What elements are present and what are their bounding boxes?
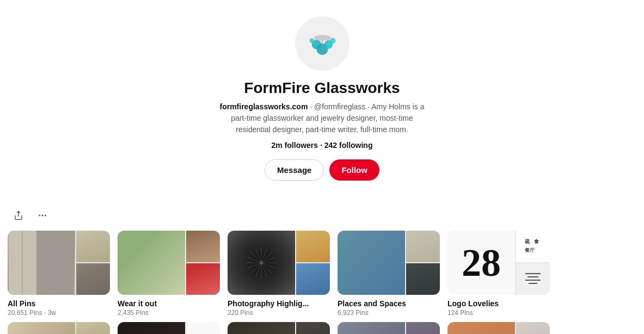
following-count[interactable]: 242 following [324, 141, 373, 150]
board-sub-img-places-top [406, 231, 440, 262]
board-sub-img-r2-4-top [406, 322, 440, 334]
svg-line-26 [256, 249, 261, 263]
board-sub-img-r2-1-top [76, 322, 110, 334]
board-images-row2-2 [118, 322, 220, 334]
board-sub-img-r2-5-top [516, 322, 550, 334]
svg-line-22 [250, 263, 261, 274]
board-card-all-pins[interactable]: All Pins 20,651 Pins · 3w [8, 231, 110, 317]
board-images-row2-3 [228, 322, 330, 334]
board-title-wear-it-out: Wear it out [118, 299, 220, 308]
board-title-logo-lovelies: Logo Lovelies [447, 299, 550, 308]
board-meta-all-pins: 20,651 Pins · 3w [8, 309, 110, 317]
board-main-img-all-pins [8, 231, 75, 295]
board-sub-img-photo-bottom [296, 263, 330, 295]
svg-line-27 [261, 257, 275, 263]
boards-grid: All Pins 20,651 Pins · 3w Wear it out 2,… [0, 231, 644, 317]
more-icon [38, 211, 47, 220]
board-main-img-r2-1 [8, 322, 75, 334]
board-card-photography[interactable]: Photography Highlig... 220 Pins [228, 231, 330, 317]
board-images-row2-4 [338, 322, 440, 334]
svg-line-31 [248, 257, 261, 263]
board-images-places-spaces [338, 231, 440, 295]
toolbar [0, 202, 644, 231]
board-card-row2-2[interactable] [118, 322, 220, 334]
board-meta-logo-lovelies: 124 Pins [447, 309, 550, 317]
board-card-row2-3[interactable] [228, 322, 330, 334]
board-sub-img-places-bottom [406, 263, 440, 295]
board-main-img-photography [228, 231, 295, 295]
board-images-wear-it-out [118, 231, 220, 295]
board-images-all-pins [8, 231, 110, 295]
board-sub-img-fashion-top [186, 231, 220, 262]
profile-stats: 2m followers · 242 following [272, 141, 373, 150]
board-main-img-r2-3 [228, 322, 295, 334]
board-card-wear-it-out[interactable]: Wear it out 2,435 Pins [118, 231, 220, 317]
board-images-photography [228, 231, 330, 295]
website-link[interactable]: formfireglassworks.com [220, 102, 308, 111]
board-main-img-logo: 28 [447, 231, 515, 295]
svg-point-12 [45, 215, 46, 217]
svg-point-33 [260, 261, 263, 264]
svg-line-32 [248, 263, 261, 268]
svg-line-25 [261, 249, 267, 263]
board-sub-img-logo-top: 疏 食 餐厅 [516, 231, 550, 262]
share-button[interactable] [9, 206, 28, 225]
svg-point-4 [330, 38, 336, 44]
board-card-places-spaces[interactable]: Places and Spaces 6,923 Pins [338, 231, 440, 317]
board-title-photography: Photography Highlig... [228, 299, 330, 308]
more-options-button[interactable] [33, 206, 52, 225]
board-meta-places-spaces: 6,923 Pins [338, 309, 440, 317]
board-sub-img-photo-top [296, 231, 330, 262]
board-sub-img-top [76, 231, 110, 262]
board-images-row2-5 [447, 322, 550, 334]
svg-line-29 [261, 263, 267, 276]
svg-line-20 [261, 263, 272, 274]
avatar [295, 16, 349, 71]
svg-line-24 [250, 252, 261, 263]
svg-line-30 [256, 263, 261, 276]
follow-button[interactable]: Follow [329, 159, 379, 181]
board-sub-img-r2-2-top [186, 322, 220, 334]
board-main-img-r2-4 [338, 322, 405, 334]
board-sub-img-logo-bottom [516, 263, 550, 295]
svg-line-28 [261, 263, 275, 268]
board-card-row2-5[interactable] [447, 322, 550, 334]
board-card-row2-1[interactable] [8, 322, 110, 334]
stats-separator: · [320, 141, 324, 150]
followers-count[interactable]: 2m followers [272, 141, 318, 150]
board-main-img-r2-5 [447, 322, 515, 334]
svg-text:食: 食 [533, 239, 539, 244]
svg-point-11 [42, 215, 44, 217]
board-title-all-pins: All Pins [8, 299, 110, 308]
svg-text:餐厅: 餐厅 [525, 248, 535, 253]
board-meta-photography: 220 Pins [228, 309, 330, 317]
svg-line-18 [261, 252, 272, 263]
svg-text:疏: 疏 [525, 238, 530, 244]
message-button[interactable]: Message [265, 159, 324, 181]
profile-bio: formfireglassworks.com · @formfireglass … [219, 101, 426, 135]
board-meta-wear-it-out: 2,435 Pins [118, 309, 220, 317]
board-main-img-r2-2 [118, 322, 185, 334]
profile-name: FormFire Glassworks [244, 79, 400, 97]
board-sub-img-r2-3-top [296, 322, 330, 334]
board-card-row2-4[interactable] [338, 322, 440, 334]
profile-header: FormFire Glassworks formfireglassworks.c… [0, 0, 644, 202]
board-images-logo-lovelies: 28 疏 食 餐厅 [447, 231, 550, 295]
handle: · @formfireglass · [310, 102, 371, 111]
share-icon [14, 211, 23, 220]
avatar-image [303, 24, 341, 63]
board-main-img-places [338, 231, 405, 295]
svg-rect-15 [37, 231, 74, 295]
svg-point-5 [309, 38, 314, 43]
profile-actions: Message Follow [265, 159, 379, 181]
board-card-logo-lovelies[interactable]: 28 疏 食 餐厅 Logo Lovelies 124 Pins [447, 231, 550, 317]
svg-point-10 [39, 215, 40, 217]
boards-grid-row2 [0, 317, 644, 334]
board-sub-img-bottom [76, 263, 110, 295]
board-main-img-fashion [118, 231, 185, 295]
board-images-row2-1 [8, 322, 110, 334]
board-sub-img-fashion-bottom [186, 263, 220, 295]
board-title-places-spaces: Places and Spaces [338, 299, 440, 308]
